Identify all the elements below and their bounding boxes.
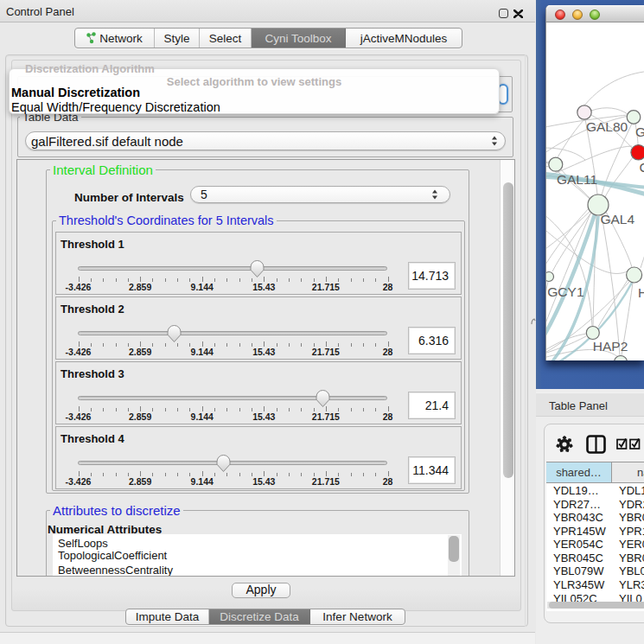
svg-text:GCY1: GCY1 <box>547 284 583 299</box>
svg-text:GAL80: GAL80 <box>586 119 628 134</box>
svg-text:C: C <box>640 160 644 175</box>
svg-text:G.: G. <box>635 124 644 139</box>
svg-text:HAP2: HAP2 <box>593 339 628 354</box>
svg-text:H: H <box>638 285 644 300</box>
svg-text:GAL11: GAL11 <box>557 172 597 187</box>
svg-text:GAL4: GAL4 <box>600 212 634 226</box>
